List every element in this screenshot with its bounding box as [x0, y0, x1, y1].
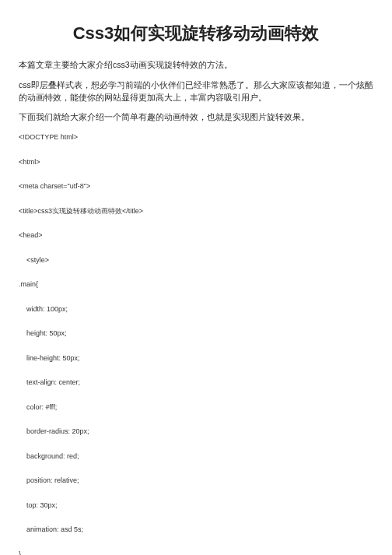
intro-paragraph-3: 下面我们就给大家介绍一个简单有趣的动画特效，也就是实现图片旋转效果。	[19, 111, 373, 124]
page-title: Css3如何实现旋转移动动画特效	[19, 22, 373, 45]
code-sample: <!DOCTYPE html> <html> <meta charset="ut…	[19, 132, 373, 555]
intro-paragraph-1: 本篇文章主要给大家介绍css3动画实现旋转特效的方法。	[19, 59, 373, 72]
intro-paragraph-2: css即层叠样式表，想必学习前端的小伙伴们已经非常熟悉了。那么大家应该都知道，一…	[19, 79, 373, 104]
